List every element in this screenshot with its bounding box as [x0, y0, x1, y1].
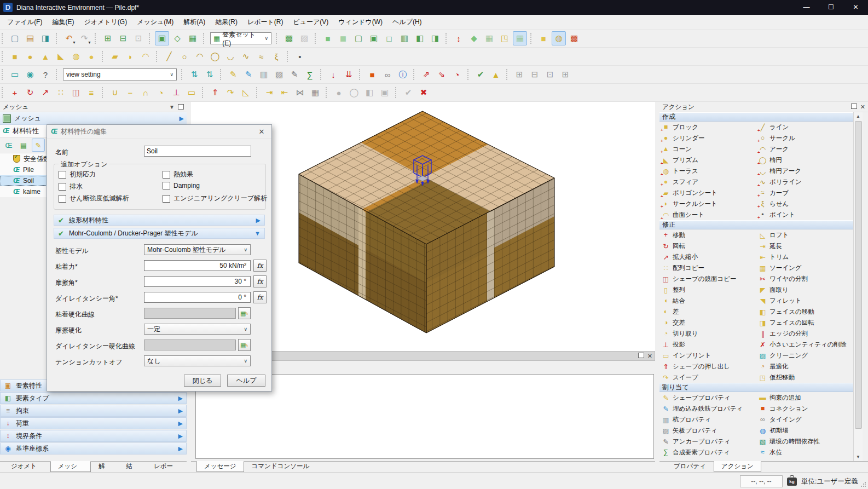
view-solid-button[interactable]: ■ [321, 31, 335, 45]
layout-grid-1-button[interactable]: ⊞ [512, 67, 526, 82]
project-shape-button[interactable]: ⊥ [169, 85, 183, 100]
toolbar-drag-handle[interactable] [220, 69, 223, 80]
dropdown-caret-icon[interactable]: ▼ [88, 41, 91, 44]
float-actions-icon[interactable] [851, 103, 857, 109]
tab-report[interactable]: レポート [146, 462, 187, 472]
create-circle-sheet-button[interactable]: ◗ [123, 49, 137, 64]
expand-arrow-icon[interactable]: ▶ [180, 115, 184, 122]
undo-button[interactable]: ↶▼ [62, 31, 76, 45]
create-line-button[interactable]: ╱ [162, 49, 176, 64]
action-item[interactable]: ∷配列コピー [659, 262, 756, 273]
toolbar-drag-handle[interactable] [315, 33, 318, 44]
action-item[interactable]: ◐差 [659, 306, 756, 317]
layout-grid-2-button[interactable]: ⊟ [528, 67, 542, 82]
action-item[interactable]: ≈カーブ [756, 187, 853, 198]
close-button[interactable]: ✕ [843, 0, 868, 15]
action-item[interactable]: ●シリンダー [659, 133, 756, 143]
toolbar-drag-handle[interactable] [102, 51, 105, 62]
toolbar-drag-handle[interactable] [467, 69, 471, 80]
view-wire-6-button[interactable]: ◨ [428, 31, 442, 45]
mohr-coulomb-section-section[interactable]: ✔Mohr-Coulomb / Drucker-Prager 塑性モデル▼ [54, 228, 265, 239]
action-item[interactable]: ◔切り取り [659, 328, 756, 339]
toolbar-drag-handle[interactable] [2, 87, 5, 98]
dialog-close-icon[interactable]: ✕ [256, 128, 268, 136]
location-pin-button[interactable]: ◉ [23, 67, 37, 82]
engineering-creep-checkbox[interactable]: エンジニアリングクリープ解析 [163, 194, 267, 203]
create-prism-button[interactable]: ◣ [54, 49, 68, 64]
toolbar-drag-handle[interactable] [276, 33, 279, 44]
tab-results[interactable]: 結果 [119, 462, 147, 472]
action-item[interactable]: ▥杭プロパティ [659, 414, 756, 425]
trim-shape-button[interactable]: ⇤ [277, 85, 292, 100]
imprint-shape-button[interactable]: ▭ [184, 85, 199, 100]
action-item[interactable]: ▧環境の時間依存性 [756, 436, 853, 447]
toolbar-drag-handle[interactable] [56, 33, 59, 44]
view-wire-1-button[interactable]: ▢ [351, 31, 366, 45]
shaded-view-button[interactable]: ◆ [467, 31, 481, 45]
edit-material-button[interactable]: ✎ [32, 139, 45, 152]
menu-mesh[interactable]: メッシュ(M) [132, 15, 178, 29]
mesh-plane-button[interactable]: ▦ [482, 31, 496, 45]
action-item[interactable]: ◯楕円 [756, 154, 853, 165]
tension-cutoff-select[interactable]: なし∨ [144, 355, 251, 366]
tab-analysis[interactable]: 解析 [91, 462, 119, 472]
toolbar-drag-handle[interactable] [359, 69, 362, 80]
extend-shape-button[interactable]: ⇥ [262, 85, 276, 100]
action-item[interactable]: ■ブロック [659, 122, 756, 133]
tab-command-console[interactable]: コマンドコンソール [244, 462, 317, 472]
property-info-button[interactable]: ⓘ [396, 67, 410, 82]
tab-actions[interactable]: アクション [714, 461, 761, 472]
minimize-button[interactable]: — [794, 0, 819, 15]
expand-arrow-icon[interactable]: ▶ [178, 420, 183, 427]
open-file-button[interactable]: ▤ [23, 31, 37, 45]
expand-arrow-icon[interactable]: ▶ [178, 395, 183, 402]
menu-geometry[interactable]: ジオメトリ(G) [79, 15, 132, 29]
action-item[interactable]: ╱ライン [756, 122, 853, 133]
resize-grip[interactable] [860, 481, 866, 487]
select-polygon-button[interactable]: ◇ [170, 31, 184, 45]
toolbar-drag-handle[interactable] [2, 51, 5, 62]
sidebar-section-loads[interactable]: ↓荷重▶ [0, 417, 187, 429]
scrollbar-thumb[interactable] [855, 121, 862, 429]
cancel-action-button[interactable]: ✖ [416, 85, 431, 100]
toolbar-drag-handle[interactable] [2, 69, 5, 80]
thermal-effects-checkbox[interactable]: 熱効果 [163, 170, 193, 179]
action-item[interactable]: ↗拡大縮小 [659, 251, 756, 262]
action-item[interactable]: ✎シェーププロパティ [659, 392, 756, 403]
expand-arrow-icon[interactable]: ▶ [178, 407, 183, 415]
action-item[interactable]: ✗小さいエンティティの削除 [756, 339, 853, 350]
action-item[interactable]: ◍初期場 [756, 425, 853, 436]
action-item[interactable]: ∿ポリライン [756, 176, 853, 187]
menu-file[interactable]: ファイル(F) [2, 15, 47, 29]
paste-sheet-button[interactable]: ⊡ [131, 31, 146, 45]
action-item[interactable]: ξらせん [756, 198, 853, 209]
friction-angle-input[interactable]: 30 ° [144, 276, 251, 287]
create-ellipse-arc-button[interactable]: ◡ [223, 49, 238, 64]
action-item[interactable]: ◳仮想移動 [756, 372, 853, 383]
view-wire-3-button[interactable]: □ [382, 31, 396, 45]
checkbox-box[interactable] [163, 182, 170, 189]
action-item[interactable]: ≈水位 [756, 447, 853, 458]
menu-results[interactable]: 結果(R) [210, 15, 242, 29]
action-item[interactable]: ▦ソーイング [756, 262, 853, 273]
friction-angle-fx-button[interactable]: fx [253, 275, 267, 287]
action-item[interactable]: ⇥延長 [756, 240, 853, 251]
layout-grid-4-button[interactable]: ⊞ [558, 67, 572, 82]
view-wire-5-button[interactable]: ◧ [413, 31, 427, 45]
apply-action-button[interactable]: ✔ [401, 85, 415, 100]
layout-grid-3-button[interactable]: ⊡ [543, 67, 557, 82]
sew-shapes-button[interactable]: ⋈ [293, 85, 307, 100]
action-item[interactable]: ◥フィレット [756, 295, 853, 306]
filter-icon[interactable]: ▼ [169, 104, 175, 110]
toolbar-drag-handle[interactable] [413, 69, 416, 80]
toolbar-drag-handle[interactable] [320, 69, 323, 80]
create-ellipse-button[interactable]: ◯ [208, 49, 222, 64]
action-item[interactable]: ◔最適化 [756, 361, 853, 372]
sidebar-section-boundary-conditions[interactable]: ↕境界条件▶ [0, 430, 187, 442]
plastic-model-select[interactable]: Mohr-Coulomb 塑性モデル∨ [144, 244, 251, 255]
toolbar-drag-handle[interactable] [156, 51, 159, 62]
close-actions-icon[interactable]: ✕ [860, 103, 865, 111]
menu-analysis[interactable]: 解析(A) [178, 15, 210, 29]
toolbar-drag-handle[interactable] [506, 69, 510, 80]
expand-arrows-2-button[interactable]: ⇘ [435, 67, 449, 82]
